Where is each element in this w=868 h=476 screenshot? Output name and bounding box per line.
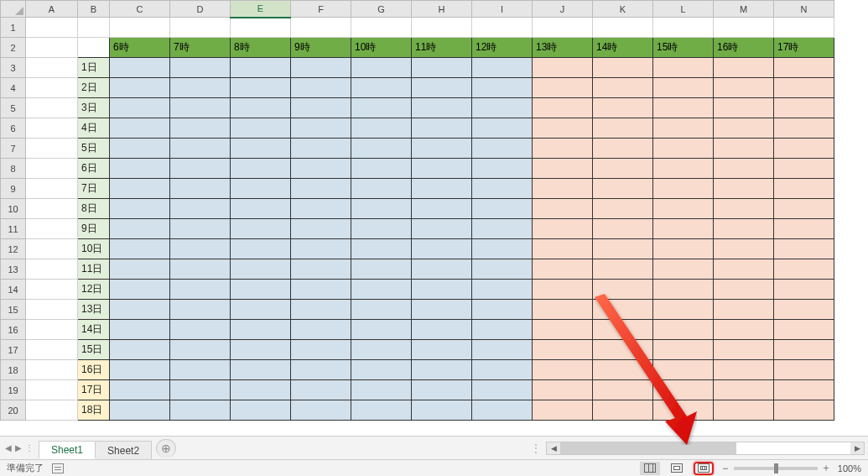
cell-B14[interactable]: 12日: [78, 280, 110, 300]
tab-nav-first-icon[interactable]: ◀: [5, 443, 12, 452]
cell-G1[interactable]: [351, 18, 412, 38]
cell-D13[interactable]: [170, 259, 231, 280]
cell-C12[interactable]: [110, 239, 170, 259]
cell-D12[interactable]: [170, 239, 231, 259]
cell-L15[interactable]: [653, 300, 714, 320]
cell-B3[interactable]: 1日: [78, 58, 110, 78]
cell-L14[interactable]: [653, 280, 714, 300]
scroll-right-button[interactable]: ▶: [850, 442, 864, 454]
cell-G12[interactable]: [351, 239, 412, 259]
cell-L6[interactable]: [653, 118, 714, 139]
cell-B15[interactable]: 13日: [78, 300, 110, 320]
cell-F2[interactable]: 9時: [291, 38, 351, 58]
cell-H16[interactable]: [412, 320, 472, 340]
cell-B19[interactable]: 17日: [78, 380, 110, 400]
cell-D11[interactable]: [170, 219, 231, 239]
cell-A19[interactable]: [26, 380, 78, 400]
cell-G18[interactable]: [351, 360, 412, 380]
cell-N18[interactable]: [774, 360, 834, 380]
cell-C2[interactable]: 6時: [110, 38, 170, 58]
cell-N17[interactable]: [774, 340, 834, 360]
cell-H3[interactable]: [412, 58, 472, 78]
cell-M6[interactable]: [714, 118, 774, 139]
cell-H15[interactable]: [412, 300, 472, 320]
cell-G17[interactable]: [351, 340, 412, 360]
cell-D7[interactable]: [170, 139, 231, 159]
cell-A5[interactable]: [26, 98, 78, 118]
cell-K4[interactable]: [593, 78, 653, 98]
cell-E13[interactable]: [231, 259, 291, 280]
cell-G11[interactable]: [351, 219, 412, 239]
zoom-track[interactable]: [734, 467, 818, 470]
cell-C5[interactable]: [110, 98, 170, 118]
cell-G9[interactable]: [351, 179, 412, 199]
zoom-slider[interactable]: − ＋: [720, 461, 831, 475]
cell-I12[interactable]: [472, 239, 533, 259]
cell-F6[interactable]: [291, 118, 351, 139]
cell-F3[interactable]: [291, 58, 351, 78]
cell-A10[interactable]: [26, 199, 78, 219]
cell-E4[interactable]: [231, 78, 291, 98]
cell-N13[interactable]: [774, 259, 834, 280]
cell-H9[interactable]: [412, 179, 472, 199]
cell-A12[interactable]: [26, 239, 78, 259]
cell-A6[interactable]: [26, 118, 78, 139]
cell-M14[interactable]: [714, 280, 774, 300]
cell-A18[interactable]: [26, 360, 78, 380]
cell-C7[interactable]: [110, 139, 170, 159]
zoom-in-button[interactable]: ＋: [821, 461, 831, 475]
cell-F10[interactable]: [291, 199, 351, 219]
cell-L4[interactable]: [653, 78, 714, 98]
cell-F5[interactable]: [291, 98, 351, 118]
scroll-track[interactable]: [560, 442, 850, 454]
zoom-out-button[interactable]: −: [720, 463, 730, 474]
cell-D3[interactable]: [170, 58, 231, 78]
cell-J12[interactable]: [533, 239, 593, 259]
cell-H4[interactable]: [412, 78, 472, 98]
cell-N9[interactable]: [774, 179, 834, 199]
cell-J15[interactable]: [533, 300, 593, 320]
cell-I4[interactable]: [472, 78, 533, 98]
cell-C4[interactable]: [110, 78, 170, 98]
row-header-1[interactable]: 1: [1, 18, 26, 38]
column-header-H[interactable]: H: [412, 1, 472, 18]
cell-B17[interactable]: 15日: [78, 340, 110, 360]
cell-G20[interactable]: [351, 400, 412, 421]
cell-E14[interactable]: [231, 280, 291, 300]
cell-G16[interactable]: [351, 320, 412, 340]
column-header-M[interactable]: M: [714, 1, 774, 18]
cell-F1[interactable]: [291, 18, 351, 38]
cell-H10[interactable]: [412, 199, 472, 219]
cell-L17[interactable]: [653, 340, 714, 360]
cell-E10[interactable]: [231, 199, 291, 219]
cell-M18[interactable]: [714, 360, 774, 380]
cell-E7[interactable]: [231, 139, 291, 159]
cell-C8[interactable]: [110, 159, 170, 179]
cell-N6[interactable]: [774, 118, 834, 139]
cell-G14[interactable]: [351, 280, 412, 300]
cell-G15[interactable]: [351, 300, 412, 320]
cell-M2[interactable]: 16時: [714, 38, 774, 58]
cell-I13[interactable]: [472, 259, 533, 280]
cell-K8[interactable]: [593, 159, 653, 179]
column-header-B[interactable]: B: [78, 1, 110, 18]
cell-B1[interactable]: [78, 18, 110, 38]
cell-M11[interactable]: [714, 219, 774, 239]
cell-J9[interactable]: [533, 179, 593, 199]
scroll-thumb[interactable]: [560, 442, 736, 454]
cell-D9[interactable]: [170, 179, 231, 199]
cell-J4[interactable]: [533, 78, 593, 98]
cell-I20[interactable]: [472, 400, 533, 421]
cell-D4[interactable]: [170, 78, 231, 98]
scroll-left-button[interactable]: ◀: [547, 442, 560, 454]
cell-F8[interactable]: [291, 159, 351, 179]
cell-N5[interactable]: [774, 98, 834, 118]
cell-A11[interactable]: [26, 219, 78, 239]
cell-C15[interactable]: [110, 300, 170, 320]
cell-A8[interactable]: [26, 159, 78, 179]
cell-I2[interactable]: 12時: [472, 38, 533, 58]
cell-D19[interactable]: [170, 380, 231, 400]
column-header-A[interactable]: A: [26, 1, 78, 18]
cell-M7[interactable]: [714, 139, 774, 159]
sheet-tab-sheet1[interactable]: Sheet1: [39, 441, 96, 459]
